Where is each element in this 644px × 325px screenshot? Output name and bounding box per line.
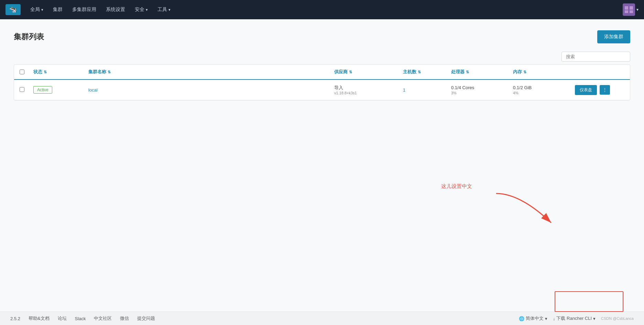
chevron-down-icon: ▾ — [41, 8, 43, 12]
sort-icon: ⇅ — [349, 70, 352, 74]
nav-security[interactable]: 安全 ▾ — [131, 4, 152, 15]
sort-icon: ⇅ — [523, 70, 526, 74]
td-memory: 0.1/2 GiB 4% — [510, 80, 572, 100]
language-selector[interactable]: 🌐 简体中文 ▾ — [519, 315, 547, 322]
footer-link-help[interactable]: 帮助&文档 — [29, 315, 50, 322]
th-status[interactable]: 状态 ⇅ — [31, 65, 86, 79]
footer: 2.5.2 帮助&文档 论坛 Slack 中文社区 微信 提交问题 🌐 简体中文… — [0, 312, 644, 325]
cluster-table: 状态 ⇅ 集群名称 ⇅ 供应商 ⇅ 主机数 ⇅ 处理器 ⇅ 内存 ⇅ — [14, 64, 630, 101]
chevron-down-icon: ▾ — [146, 8, 148, 12]
cpu-percent: 3% — [451, 91, 507, 95]
svg-text:🐄: 🐄 — [9, 6, 17, 13]
user-menu-chevron[interactable]: ▾ — [636, 7, 638, 12]
footer-link-chinese-community[interactable]: 中文社区 — [94, 315, 112, 322]
th-hosts[interactable]: 主机数 ⇅ — [400, 65, 448, 79]
add-cluster-button[interactable]: 添加集群 — [597, 30, 630, 43]
lang-chevron-icon: ▾ — [545, 316, 547, 321]
nav-tools[interactable]: 工具 ▾ — [153, 4, 175, 15]
nav-multicluster-apps[interactable]: 多集群应用 — [68, 4, 100, 15]
version-label: 2.5.2 — [10, 316, 20, 321]
search-input[interactable] — [561, 52, 630, 62]
more-actions-icon: ⋮ — [602, 87, 607, 93]
mem-percent: 4% — [513, 91, 569, 95]
th-cpu[interactable]: 处理器 ⇅ — [448, 65, 510, 79]
td-hosts: 1 — [400, 83, 448, 97]
svg-rect-4 — [630, 6, 633, 10]
user-avatar[interactable] — [623, 3, 635, 16]
select-all-checkbox[interactable] — [20, 70, 24, 74]
provider-text: 导入 — [334, 85, 397, 91]
th-memory[interactable]: 内存 ⇅ — [510, 65, 572, 79]
main-content: 集群列表 添加集群 状态 ⇅ 集群名称 ⇅ 供应商 ⇅ 主机数 — [0, 19, 644, 312]
td-status: Active — [31, 81, 86, 98]
nav-cluster[interactable]: 集群 — [49, 4, 67, 15]
search-container — [14, 52, 630, 62]
page-title: 集群列表 — [14, 32, 44, 42]
sort-icon: ⇅ — [418, 70, 421, 74]
svg-rect-5 — [625, 10, 628, 13]
mem-usage: 0.1/2 GiB — [513, 85, 569, 90]
th-cluster-name[interactable]: 集群名称 ⇅ — [86, 65, 331, 79]
dashboard-button[interactable]: 仪表盘 — [575, 85, 597, 95]
language-label: 简体中文 — [526, 315, 544, 322]
user-avatar-icon — [623, 5, 634, 14]
annotation-text: 这儿设置中文 — [441, 183, 472, 190]
footer-watermark: CSDN @CsbLanca — [601, 316, 634, 321]
svg-rect-3 — [625, 6, 628, 10]
svg-rect-6 — [630, 10, 633, 13]
th-checkbox — [17, 65, 31, 79]
row-checkbox[interactable] — [20, 87, 24, 92]
more-actions-button[interactable]: ⋮ — [600, 85, 610, 95]
td-name: local — [86, 83, 331, 97]
logo[interactable]: 🐄 — [6, 4, 21, 15]
globe-icon: 🌐 — [519, 316, 524, 321]
download-chevron-icon: ▾ — [593, 316, 596, 321]
td-actions: 仪表盘 ⋮ — [572, 80, 627, 100]
th-provider[interactable]: 供应商 ⇅ — [331, 65, 400, 79]
footer-link-slack[interactable]: Slack — [75, 316, 86, 321]
page-header: 集群列表 添加集群 — [14, 30, 630, 43]
download-label: 下载 Rancher CLI — [556, 315, 592, 322]
footer-link-issues[interactable]: 提交问题 — [137, 315, 155, 322]
host-count[interactable]: 1 — [403, 87, 405, 93]
td-checkbox — [17, 82, 31, 98]
cpu-usage: 0.1/4 Cores — [451, 85, 507, 90]
download-icon: ↓ — [553, 316, 555, 321]
rancher-logo-icon: 🐄 — [6, 4, 21, 15]
footer-link-forum[interactable]: 论坛 — [58, 315, 67, 322]
download-cli[interactable]: ↓ 下载 Rancher CLI ▾ — [553, 315, 596, 322]
sort-icon: ⇅ — [44, 70, 47, 74]
navbar: 🐄 全局 ▾ 集群 多集群应用 系统设置 安全 ▾ 工具 ▾ ▾ — [0, 0, 644, 19]
table-header: 状态 ⇅ 集群名称 ⇅ 供应商 ⇅ 主机数 ⇅ 处理器 ⇅ 内存 ⇅ — [14, 65, 630, 80]
provider-version: v1.18.8+k3s1 — [334, 91, 397, 95]
nav-system-settings[interactable]: 系统设置 — [102, 4, 129, 15]
sort-icon: ⇅ — [108, 70, 111, 74]
td-provider: 导入 v1.18.8+k3s1 — [331, 80, 400, 100]
annotation-arrow — [486, 190, 561, 228]
table-row: Active local 导入 v1.18.8+k3s1 1 0.1/4 Cor… — [14, 80, 630, 100]
footer-link-wechat[interactable]: 微信 — [120, 315, 129, 322]
cluster-name-link[interactable]: local — [88, 87, 98, 93]
chevron-down-icon: ▾ — [168, 8, 171, 12]
td-cpu: 0.1/4 Cores 3% — [448, 80, 510, 100]
sort-icon: ⇅ — [466, 70, 469, 74]
th-actions — [572, 65, 627, 79]
status-badge: Active — [33, 86, 52, 94]
nav-global[interactable]: 全局 ▾ — [26, 4, 47, 15]
